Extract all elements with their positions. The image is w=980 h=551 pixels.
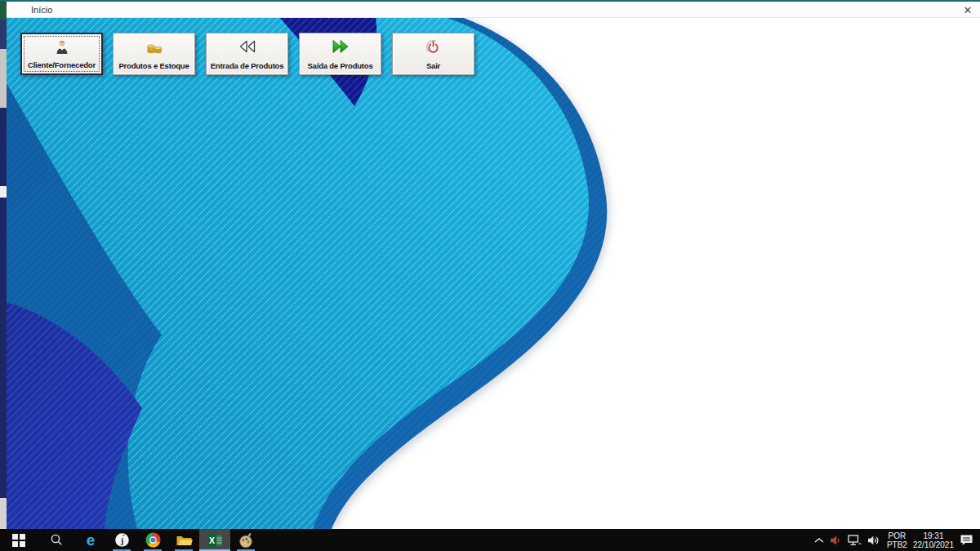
taskbar-app-paint[interactable] bbox=[230, 529, 261, 551]
button-label: Saída de Produtos bbox=[300, 61, 381, 70]
entrada-produtos-button[interactable]: Entrada de Produtos bbox=[206, 33, 288, 75]
tray-clock[interactable]: 19:31 22/10/2021 bbox=[913, 531, 954, 549]
taskbar-app-chat[interactable]: j bbox=[106, 529, 137, 551]
start-button[interactable] bbox=[0, 529, 38, 551]
wave-background bbox=[7, 18, 980, 529]
chrome-icon bbox=[145, 532, 161, 548]
language-code: POR bbox=[889, 531, 906, 540]
window-title: Início bbox=[31, 5, 52, 15]
system-tray: POR PTB2 19:31 22/10/2021 bbox=[814, 529, 980, 551]
paint-palette-icon bbox=[238, 532, 254, 549]
titlebar: Início ✕ bbox=[0, 0, 980, 18]
close-icon[interactable]: ✕ bbox=[960, 3, 975, 18]
tray-red-speaker-icon[interactable] bbox=[830, 535, 842, 546]
tray-chevron-up-icon[interactable] bbox=[814, 537, 824, 544]
person-icon bbox=[22, 38, 101, 57]
chat-app-icon: j bbox=[114, 532, 130, 548]
sair-button[interactable]: Sair bbox=[392, 33, 474, 75]
excel-icon: X bbox=[207, 532, 223, 549]
arrows-left-icon bbox=[207, 37, 287, 56]
taskbar-app-excel[interactable]: X bbox=[199, 529, 230, 551]
button-label: Entrada de Produtos bbox=[207, 61, 287, 70]
taskbar: e j bbox=[0, 529, 980, 551]
clock-date: 22/10/2021 bbox=[913, 540, 954, 549]
action-center-icon[interactable] bbox=[960, 534, 973, 546]
power-icon bbox=[393, 37, 474, 56]
arrows-right-icon bbox=[300, 37, 381, 56]
tray-volume-icon[interactable] bbox=[867, 535, 881, 546]
tray-language-indicator[interactable]: POR PTB2 bbox=[887, 531, 907, 549]
edge-icon: e bbox=[87, 532, 96, 548]
taskbar-app-chrome[interactable] bbox=[137, 529, 168, 551]
search-button[interactable] bbox=[38, 529, 75, 551]
svg-text:X: X bbox=[209, 535, 215, 545]
folder-icon bbox=[176, 532, 193, 548]
taskbar-app-edge[interactable]: e bbox=[75, 529, 106, 551]
button-label: Sair bbox=[393, 61, 474, 70]
taskbar-app-file-explorer[interactable] bbox=[168, 529, 199, 551]
tray-network-icon[interactable] bbox=[848, 535, 862, 546]
button-label: Cliente/Fornecedor bbox=[22, 60, 101, 69]
windows-logo-icon bbox=[12, 534, 25, 547]
svg-text:j: j bbox=[119, 535, 123, 545]
keyboard-layout: PTB2 bbox=[887, 540, 907, 549]
saida-produtos-button[interactable]: Saída de Produtos bbox=[299, 33, 381, 75]
clock-time: 19:31 bbox=[923, 531, 943, 540]
produtos-estoque-button[interactable]: Produtos e Estoque bbox=[113, 33, 195, 75]
desktop: Cliente/Fornecedor Produtos e Estoque bbox=[0, 0, 980, 551]
cliente-fornecedor-button[interactable]: Cliente/Fornecedor bbox=[20, 33, 103, 75]
userform-body: Cliente/Fornecedor Produtos e Estoque bbox=[7, 18, 980, 529]
coins-icon bbox=[114, 37, 194, 56]
excel-window-edge bbox=[0, 18, 7, 529]
button-label: Produtos e Estoque bbox=[114, 61, 194, 70]
search-icon bbox=[50, 533, 64, 547]
excel-corner bbox=[0, 2, 7, 20]
